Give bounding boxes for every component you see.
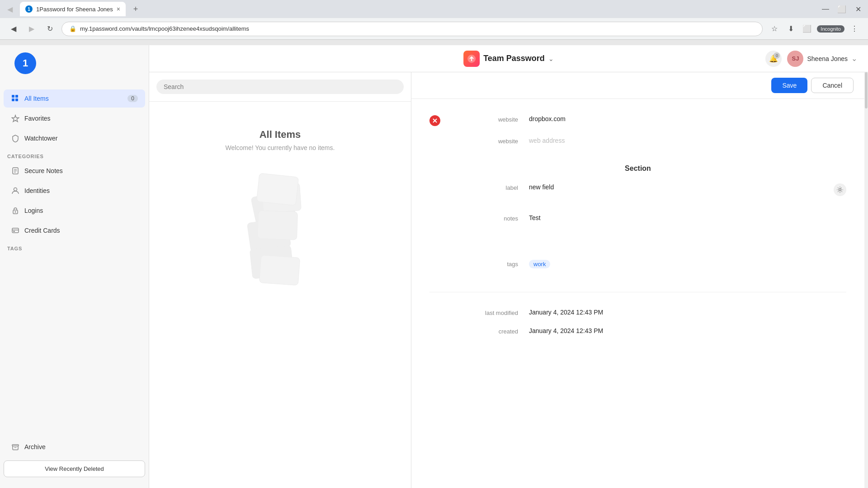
credit-cards-label: Credit Cards xyxy=(24,227,60,234)
tab-close-icon[interactable]: × xyxy=(117,5,120,13)
favorites-icon xyxy=(11,114,20,123)
website-label-1: website xyxy=(455,115,518,123)
back-nav-icon: ◀ xyxy=(4,3,16,15)
tab-favicon: 1 xyxy=(25,5,33,13)
app-logo: 1 xyxy=(14,52,36,74)
field-row-website-2: website web address xyxy=(429,131,846,150)
svg-rect-1 xyxy=(15,95,18,98)
new-tab-button[interactable]: + xyxy=(129,3,142,15)
sidebar-item-favorites[interactable]: Favorites xyxy=(4,109,145,127)
tags-value: work xyxy=(529,260,846,268)
header-right: 🔔 0 SJ Sheena Jones ⌄ xyxy=(765,51,857,67)
logins-label: Logins xyxy=(24,207,43,214)
watchtower-icon xyxy=(11,134,20,143)
tags-label: tags xyxy=(455,260,518,267)
svg-point-8 xyxy=(14,188,17,191)
logins-icon xyxy=(11,206,20,215)
close-button[interactable]: ✕ xyxy=(852,3,864,15)
sidebar-item-logins[interactable]: Logins xyxy=(4,202,145,220)
field-settings-icon[interactable] xyxy=(834,183,846,196)
back-button[interactable]: ◀ xyxy=(7,23,20,35)
notes-label: notes xyxy=(455,214,518,222)
user-dropdown-icon: ⌄ xyxy=(851,54,857,63)
star-icon[interactable]: ☆ xyxy=(768,23,781,35)
tags-section-label: TAGS xyxy=(0,240,149,253)
section-field-label: label xyxy=(455,183,518,191)
detail-toolbar: Save Cancel xyxy=(411,72,864,99)
watchtower-label: Watchtower xyxy=(24,135,57,142)
website-label-2: website xyxy=(455,137,518,145)
svg-point-10 xyxy=(15,211,16,213)
vault-dropdown-icon[interactable]: ⌄ xyxy=(548,55,554,62)
sidebar-item-identities[interactable]: Identities xyxy=(4,182,145,200)
sidebar-item-credit-cards[interactable]: Credit Cards xyxy=(4,221,145,239)
minimize-button[interactable]: — xyxy=(819,3,832,15)
cancel-button[interactable]: Cancel xyxy=(811,78,854,93)
detail-fields: website dropbox.com website web address … xyxy=(411,99,864,351)
tab-title: 1Password for Sheena Jones xyxy=(36,6,113,13)
user-menu-button[interactable]: SJ Sheena Jones ⌄ xyxy=(787,51,857,67)
meta-section: last modified January 4, 2024 12:43 PM c… xyxy=(429,292,846,340)
secure-notes-icon xyxy=(11,166,20,175)
created-value: January 4, 2024 12:43 PM xyxy=(529,327,846,334)
forward-button[interactable]: ▶ xyxy=(25,23,38,35)
tag-badge[interactable]: work xyxy=(529,260,550,268)
browser-tab[interactable]: 1 1Password for Sheena Jones × xyxy=(20,2,126,16)
sidebar-item-watchtower[interactable]: Watchtower xyxy=(4,129,145,147)
notifications-button[interactable]: 🔔 0 xyxy=(765,51,782,67)
scrollbar-track[interactable] xyxy=(864,72,868,488)
svg-rect-11 xyxy=(12,228,19,233)
extensions-icon[interactable]: ⬜ xyxy=(801,23,813,35)
section-field-value[interactable]: new field xyxy=(529,183,823,191)
secure-notes-label: Secure Notes xyxy=(24,167,63,174)
categories-section-label: CATEGORIES xyxy=(0,148,149,161)
website-value-1[interactable]: dropbox.com xyxy=(529,115,846,122)
notes-value[interactable]: Test xyxy=(529,214,846,221)
website-value-2[interactable]: web address xyxy=(529,137,846,144)
browser-titlebar: ◀ 1 1Password for Sheena Jones × + — ⬜ ✕ xyxy=(0,0,868,18)
vault-selector[interactable]: Team Password ⌄ xyxy=(463,51,554,67)
sidebar: 1 All Items 0 Favorites xyxy=(0,45,149,488)
user-avatar: SJ xyxy=(787,51,803,67)
all-items-label: All Items xyxy=(24,95,49,102)
menu-icon[interactable]: ⋮ xyxy=(848,23,861,35)
vault-name: Team Password xyxy=(483,54,545,63)
incognito-badge: Incognito xyxy=(817,25,844,33)
refresh-button[interactable]: ↻ xyxy=(43,23,56,35)
svg-rect-13 xyxy=(13,231,15,232)
vault-icon xyxy=(463,51,480,67)
app-header: Team Password ⌄ 🔔 0 SJ Sheena Jones ⌄ xyxy=(149,45,868,72)
app-container: 1 All Items 0 Favorites xyxy=(0,45,868,488)
created-label: created xyxy=(455,327,518,335)
scrollbar-thumb[interactable] xyxy=(865,72,868,108)
archive-label: Archive xyxy=(24,443,46,450)
sidebar-item-archive[interactable]: Archive xyxy=(4,438,145,456)
main-content: All Items Welcome! You currently have no… xyxy=(149,72,868,488)
svg-rect-3 xyxy=(15,99,18,101)
browser-right-icons: ☆ ⬇ ⬜ Incognito ⋮ xyxy=(768,23,861,35)
view-recently-deleted-button[interactable]: View Recently Deleted xyxy=(4,460,145,477)
svg-rect-2 xyxy=(12,99,14,101)
save-button[interactable]: Save xyxy=(771,78,807,93)
section-title: Section xyxy=(429,161,846,174)
sidebar-item-secure-notes[interactable]: Secure Notes xyxy=(4,162,145,180)
browser-chrome: ◀ 1 1Password for Sheena Jones × + — ⬜ ✕… xyxy=(0,0,868,45)
field-row-tags: tags work xyxy=(429,254,846,274)
sidebar-item-all-items[interactable]: All Items 0 xyxy=(4,89,145,108)
delete-website-icon[interactable] xyxy=(429,115,440,126)
field-row-created: created January 4, 2024 12:43 PM xyxy=(429,322,846,340)
address-bar[interactable]: 🔒 my.1password.com/vaults/lmcpooj63ihzen… xyxy=(61,22,763,36)
last-modified-value: January 4, 2024 12:43 PM xyxy=(529,309,846,316)
field-row-notes: notes Test xyxy=(429,209,846,227)
field-row-last-modified: last modified January 4, 2024 12:43 PM xyxy=(429,303,846,322)
credit-cards-icon xyxy=(11,226,20,235)
search-input[interactable] xyxy=(156,80,404,94)
list-empty-description: Welcome! You currently have no items. xyxy=(226,144,335,151)
section-field-row: label new field xyxy=(429,178,846,202)
svg-rect-14 xyxy=(12,445,19,446)
maximize-button[interactable]: ⬜ xyxy=(835,3,848,15)
list-header xyxy=(149,72,411,102)
download-icon[interactable]: ⬇ xyxy=(784,23,797,35)
identities-label: Identities xyxy=(24,187,50,194)
favorites-label: Favorites xyxy=(24,115,51,122)
